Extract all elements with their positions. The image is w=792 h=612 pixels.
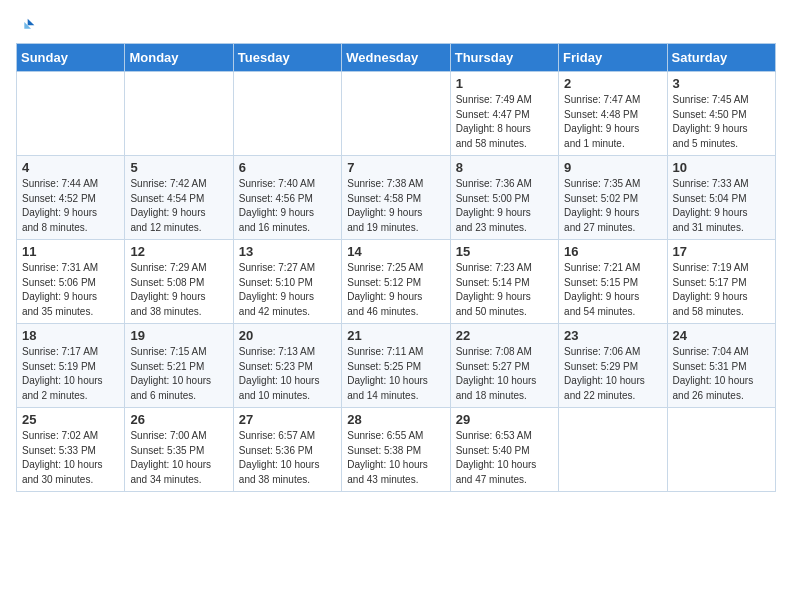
- cell-info: Sunrise: 7:42 AM Sunset: 4:54 PM Dayligh…: [130, 177, 227, 235]
- calendar-cell: 20Sunrise: 7:13 AM Sunset: 5:23 PM Dayli…: [233, 324, 341, 408]
- day-number: 27: [239, 412, 336, 427]
- calendar-cell: 11Sunrise: 7:31 AM Sunset: 5:06 PM Dayli…: [17, 240, 125, 324]
- day-number: 26: [130, 412, 227, 427]
- calendar-cell: 14Sunrise: 7:25 AM Sunset: 5:12 PM Dayli…: [342, 240, 450, 324]
- day-number: 15: [456, 244, 553, 259]
- calendar-cell: 13Sunrise: 7:27 AM Sunset: 5:10 PM Dayli…: [233, 240, 341, 324]
- cell-info: Sunrise: 7:04 AM Sunset: 5:31 PM Dayligh…: [673, 345, 770, 403]
- calendar-table: SundayMondayTuesdayWednesdayThursdayFrid…: [16, 43, 776, 492]
- cell-info: Sunrise: 7:00 AM Sunset: 5:35 PM Dayligh…: [130, 429, 227, 487]
- cell-info: Sunrise: 7:44 AM Sunset: 4:52 PM Dayligh…: [22, 177, 119, 235]
- week-row-5: 25Sunrise: 7:02 AM Sunset: 5:33 PM Dayli…: [17, 408, 776, 492]
- calendar-cell: 26Sunrise: 7:00 AM Sunset: 5:35 PM Dayli…: [125, 408, 233, 492]
- cell-info: Sunrise: 7:31 AM Sunset: 5:06 PM Dayligh…: [22, 261, 119, 319]
- cell-info: Sunrise: 7:06 AM Sunset: 5:29 PM Dayligh…: [564, 345, 661, 403]
- calendar-cell: 24Sunrise: 7:04 AM Sunset: 5:31 PM Dayli…: [667, 324, 775, 408]
- week-row-2: 4Sunrise: 7:44 AM Sunset: 4:52 PM Daylig…: [17, 156, 776, 240]
- day-header-saturday: Saturday: [667, 44, 775, 72]
- calendar-cell: 9Sunrise: 7:35 AM Sunset: 5:02 PM Daylig…: [559, 156, 667, 240]
- day-number: 4: [22, 160, 119, 175]
- day-number: 9: [564, 160, 661, 175]
- calendar-cell: [233, 72, 341, 156]
- cell-info: Sunrise: 7:40 AM Sunset: 4:56 PM Dayligh…: [239, 177, 336, 235]
- cell-info: Sunrise: 6:55 AM Sunset: 5:38 PM Dayligh…: [347, 429, 444, 487]
- calendar-cell: 3Sunrise: 7:45 AM Sunset: 4:50 PM Daylig…: [667, 72, 775, 156]
- calendar-cell: [17, 72, 125, 156]
- cell-info: Sunrise: 7:38 AM Sunset: 4:58 PM Dayligh…: [347, 177, 444, 235]
- cell-info: Sunrise: 6:53 AM Sunset: 5:40 PM Dayligh…: [456, 429, 553, 487]
- calendar-cell: 27Sunrise: 6:57 AM Sunset: 5:36 PM Dayli…: [233, 408, 341, 492]
- calendar-cell: 1Sunrise: 7:49 AM Sunset: 4:47 PM Daylig…: [450, 72, 558, 156]
- day-number: 21: [347, 328, 444, 343]
- week-row-4: 18Sunrise: 7:17 AM Sunset: 5:19 PM Dayli…: [17, 324, 776, 408]
- cell-info: Sunrise: 7:15 AM Sunset: 5:21 PM Dayligh…: [130, 345, 227, 403]
- calendar-cell: 19Sunrise: 7:15 AM Sunset: 5:21 PM Dayli…: [125, 324, 233, 408]
- cell-info: Sunrise: 7:23 AM Sunset: 5:14 PM Dayligh…: [456, 261, 553, 319]
- cell-info: Sunrise: 7:47 AM Sunset: 4:48 PM Dayligh…: [564, 93, 661, 151]
- day-number: 18: [22, 328, 119, 343]
- day-number: 10: [673, 160, 770, 175]
- calendar-cell: 4Sunrise: 7:44 AM Sunset: 4:52 PM Daylig…: [17, 156, 125, 240]
- day-number: 13: [239, 244, 336, 259]
- cell-info: Sunrise: 7:33 AM Sunset: 5:04 PM Dayligh…: [673, 177, 770, 235]
- cell-info: Sunrise: 7:25 AM Sunset: 5:12 PM Dayligh…: [347, 261, 444, 319]
- calendar-cell: 25Sunrise: 7:02 AM Sunset: 5:33 PM Dayli…: [17, 408, 125, 492]
- day-number: 16: [564, 244, 661, 259]
- cell-info: Sunrise: 7:17 AM Sunset: 5:19 PM Dayligh…: [22, 345, 119, 403]
- day-number: 2: [564, 76, 661, 91]
- day-number: 17: [673, 244, 770, 259]
- cell-info: Sunrise: 7:08 AM Sunset: 5:27 PM Dayligh…: [456, 345, 553, 403]
- calendar-cell: [125, 72, 233, 156]
- day-header-friday: Friday: [559, 44, 667, 72]
- calendar-cell: [342, 72, 450, 156]
- day-number: 7: [347, 160, 444, 175]
- cell-info: Sunrise: 6:57 AM Sunset: 5:36 PM Dayligh…: [239, 429, 336, 487]
- calendar-cell: 29Sunrise: 6:53 AM Sunset: 5:40 PM Dayli…: [450, 408, 558, 492]
- week-row-3: 11Sunrise: 7:31 AM Sunset: 5:06 PM Dayli…: [17, 240, 776, 324]
- day-number: 23: [564, 328, 661, 343]
- calendar-cell: 2Sunrise: 7:47 AM Sunset: 4:48 PM Daylig…: [559, 72, 667, 156]
- cell-info: Sunrise: 7:36 AM Sunset: 5:00 PM Dayligh…: [456, 177, 553, 235]
- day-number: 8: [456, 160, 553, 175]
- cell-info: Sunrise: 7:49 AM Sunset: 4:47 PM Dayligh…: [456, 93, 553, 151]
- calendar-cell: 8Sunrise: 7:36 AM Sunset: 5:00 PM Daylig…: [450, 156, 558, 240]
- day-number: 3: [673, 76, 770, 91]
- calendar-cell: 10Sunrise: 7:33 AM Sunset: 5:04 PM Dayli…: [667, 156, 775, 240]
- cell-info: Sunrise: 7:35 AM Sunset: 5:02 PM Dayligh…: [564, 177, 661, 235]
- calendar-cell: 18Sunrise: 7:17 AM Sunset: 5:19 PM Dayli…: [17, 324, 125, 408]
- day-number: 19: [130, 328, 227, 343]
- day-header-wednesday: Wednesday: [342, 44, 450, 72]
- day-number: 28: [347, 412, 444, 427]
- calendar-cell: 15Sunrise: 7:23 AM Sunset: 5:14 PM Dayli…: [450, 240, 558, 324]
- cell-info: Sunrise: 7:27 AM Sunset: 5:10 PM Dayligh…: [239, 261, 336, 319]
- day-header-monday: Monday: [125, 44, 233, 72]
- day-number: 24: [673, 328, 770, 343]
- cell-info: Sunrise: 7:02 AM Sunset: 5:33 PM Dayligh…: [22, 429, 119, 487]
- calendar-cell: 5Sunrise: 7:42 AM Sunset: 4:54 PM Daylig…: [125, 156, 233, 240]
- svg-marker-0: [28, 18, 35, 25]
- calendar-cell: 23Sunrise: 7:06 AM Sunset: 5:29 PM Dayli…: [559, 324, 667, 408]
- day-number: 6: [239, 160, 336, 175]
- calendar-cell: 22Sunrise: 7:08 AM Sunset: 5:27 PM Dayli…: [450, 324, 558, 408]
- calendar-cell: [559, 408, 667, 492]
- day-number: 12: [130, 244, 227, 259]
- day-number: 14: [347, 244, 444, 259]
- day-header-sunday: Sunday: [17, 44, 125, 72]
- cell-info: Sunrise: 7:13 AM Sunset: 5:23 PM Dayligh…: [239, 345, 336, 403]
- calendar-cell: 17Sunrise: 7:19 AM Sunset: 5:17 PM Dayli…: [667, 240, 775, 324]
- day-number: 11: [22, 244, 119, 259]
- calendar-cell: 12Sunrise: 7:29 AM Sunset: 5:08 PM Dayli…: [125, 240, 233, 324]
- week-row-1: 1Sunrise: 7:49 AM Sunset: 4:47 PM Daylig…: [17, 72, 776, 156]
- day-number: 22: [456, 328, 553, 343]
- calendar-cell: 6Sunrise: 7:40 AM Sunset: 4:56 PM Daylig…: [233, 156, 341, 240]
- calendar-cell: 7Sunrise: 7:38 AM Sunset: 4:58 PM Daylig…: [342, 156, 450, 240]
- logo-icon: [16, 17, 36, 37]
- day-number: 5: [130, 160, 227, 175]
- calendar-cell: 16Sunrise: 7:21 AM Sunset: 5:15 PM Dayli…: [559, 240, 667, 324]
- cell-info: Sunrise: 7:29 AM Sunset: 5:08 PM Dayligh…: [130, 261, 227, 319]
- day-number: 29: [456, 412, 553, 427]
- cell-info: Sunrise: 7:45 AM Sunset: 4:50 PM Dayligh…: [673, 93, 770, 151]
- day-number: 25: [22, 412, 119, 427]
- cell-info: Sunrise: 7:19 AM Sunset: 5:17 PM Dayligh…: [673, 261, 770, 319]
- cell-info: Sunrise: 7:21 AM Sunset: 5:15 PM Dayligh…: [564, 261, 661, 319]
